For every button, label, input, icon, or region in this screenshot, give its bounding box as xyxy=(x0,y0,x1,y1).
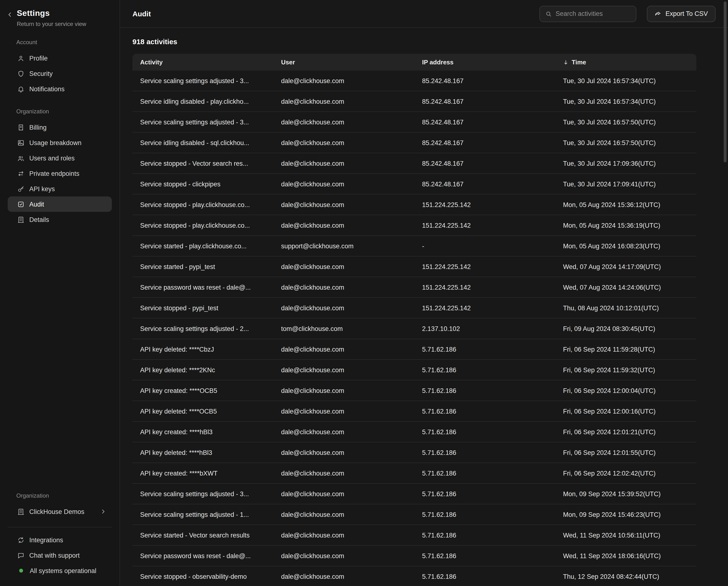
cell-activity: Service started - play.clickhouse.co... xyxy=(132,242,274,249)
cell-ip: 85.242.48.167 xyxy=(414,160,555,167)
cell-time: Thu, 12 Sep 2024 08:42:44(UTC) xyxy=(555,573,697,580)
cell-user: dale@clickhouse.com xyxy=(274,304,415,312)
cell-user: dale@clickhouse.com xyxy=(274,469,415,477)
cell-time: Fri, 09 Aug 2024 08:30:45(UTC) xyxy=(555,325,697,332)
cell-time: Mon, 05 Aug 2024 15:36:12(UTC) xyxy=(555,201,697,208)
cell-ip: 151.224.225.142 xyxy=(414,304,555,312)
sidebar-item-api-keys[interactable]: API keys xyxy=(8,181,112,196)
table-row[interactable]: Service scaling settings adjusted - 3...… xyxy=(132,484,696,504)
cell-activity: API key deleted: ****OCB5 xyxy=(132,408,274,415)
cell-user: dale@clickhouse.com xyxy=(274,532,415,539)
column-header-ip[interactable]: IP address xyxy=(414,58,555,66)
table-row[interactable]: Service stopped - play.clickhouse.co... … xyxy=(132,195,696,215)
chat-bubble-icon xyxy=(17,552,24,559)
cell-time: Wed, 07 Aug 2024 14:24:06(UTC) xyxy=(555,284,697,291)
table-row[interactable]: Service started - Vector search results … xyxy=(132,525,696,546)
sidebar-item-label: Chat with support xyxy=(29,552,80,559)
table-row[interactable]: API key created: ****hBl3 dale@clickhous… xyxy=(132,422,696,442)
table-row[interactable]: Service stopped - clickpipes dale@clickh… xyxy=(132,174,696,195)
cell-user: dale@clickhouse.com xyxy=(274,490,415,497)
table-row[interactable]: Service stopped - Vector search res... d… xyxy=(132,153,696,174)
table-row[interactable]: Service scaling settings adjusted - 3...… xyxy=(132,112,696,132)
sidebar-item-profile[interactable]: Profile xyxy=(8,50,112,66)
search-icon xyxy=(545,10,552,17)
cell-user: dale@clickhouse.com xyxy=(274,387,415,394)
sidebar-item-chat-support[interactable]: Chat with support xyxy=(8,547,112,563)
cell-time: Fri, 06 Sep 2024 11:59:32(UTC) xyxy=(555,366,697,373)
sidebar-item-label: Users and roles xyxy=(29,154,75,162)
cell-ip: 151.224.225.142 xyxy=(414,284,555,291)
table-row[interactable]: Service idling disabled - play.clickho..… xyxy=(132,91,696,112)
status-dot xyxy=(19,569,23,572)
table-row[interactable]: Service stopped - observability-demo dal… xyxy=(132,566,696,586)
key-icon xyxy=(17,185,24,192)
cell-time: Tue, 30 Jul 2024 16:57:34(UTC) xyxy=(555,77,697,84)
cell-user: dale@clickhouse.com xyxy=(274,160,415,167)
sidebar-item-users-and-roles[interactable]: Users and roles xyxy=(8,150,112,166)
table-row[interactable]: Service started - play.clickhouse.co... … xyxy=(132,236,696,257)
sidebar-item-label: Notifications xyxy=(29,85,64,93)
users-icon xyxy=(17,154,24,162)
search-box[interactable] xyxy=(539,5,636,22)
sidebar-item-integrations[interactable]: Integrations xyxy=(8,532,112,547)
export-icon xyxy=(654,10,661,17)
cell-time: Fri, 06 Sep 2024 12:01:21(UTC) xyxy=(555,428,697,435)
system-status[interactable]: All systems operational xyxy=(8,563,112,578)
table-row[interactable]: API key deleted: ****CbzJ dale@clickhous… xyxy=(132,339,696,360)
endpoints-arrows-icon xyxy=(17,170,24,177)
sidebar-item-label: Security xyxy=(29,70,53,77)
table-row[interactable]: API key deleted: ****2KNc dale@clickhous… xyxy=(132,360,696,381)
cell-ip: 85.242.48.167 xyxy=(414,139,555,146)
table-row[interactable]: Service scaling settings adjusted - 3...… xyxy=(132,71,696,91)
cell-activity: API key created: ****OCB5 xyxy=(132,387,274,394)
sidebar-item-billing[interactable]: Billing xyxy=(8,120,112,135)
sidebar-item-private-endpoints[interactable]: Private endpoints xyxy=(8,166,112,181)
column-header-user[interactable]: User xyxy=(274,58,415,66)
table-row[interactable]: Service stopped - play.clickhouse.co... … xyxy=(132,215,696,236)
cell-ip: 5.71.62.186 xyxy=(414,346,555,353)
table-row[interactable]: Service scaling settings adjusted - 1...… xyxy=(132,504,696,525)
cell-ip: 5.71.62.186 xyxy=(414,511,555,518)
cell-user: dale@clickhouse.com xyxy=(274,408,415,415)
column-header-activity[interactable]: Activity xyxy=(132,58,274,66)
account-heading: Account xyxy=(16,39,112,46)
table-row[interactable]: Service idling disabled - sql.clickhou..… xyxy=(132,132,696,153)
table-row[interactable]: API key created: ****bXWT dale@clickhous… xyxy=(132,463,696,484)
chevron-right-icon xyxy=(100,509,106,514)
cell-activity: Service password was reset - dale@... xyxy=(132,552,274,559)
sidebar-item-security[interactable]: Security xyxy=(8,66,112,81)
cell-activity: Service scaling settings adjusted - 1... xyxy=(132,511,274,518)
cell-activity: Service idling disabled - sql.clickhou..… xyxy=(132,139,274,146)
table-row[interactable]: Service started - pypi_test dale@clickho… xyxy=(132,257,696,277)
building-icon xyxy=(17,216,24,223)
cell-activity: Service started - Vector search results xyxy=(132,532,274,539)
table-row[interactable]: API key created: ****OCB5 dale@clickhous… xyxy=(132,381,696,401)
vertical-scrollbar[interactable] xyxy=(724,1,727,162)
search-input[interactable] xyxy=(555,10,630,17)
cell-activity: Service stopped - play.clickhouse.co... xyxy=(132,222,274,229)
sidebar-item-label: Private endpoints xyxy=(29,170,79,177)
cell-activity: Service stopped - Vector search res... xyxy=(132,160,274,167)
cell-user: dale@clickhouse.com xyxy=(274,139,415,146)
sidebar-item-label: Audit xyxy=(29,200,44,208)
table-row[interactable]: Service password was reset - dale@... da… xyxy=(132,546,696,566)
export-csv-button[interactable]: Export To CSV xyxy=(647,5,716,22)
sidebar-item-details[interactable]: Details xyxy=(8,212,112,227)
cell-ip: 5.71.62.186 xyxy=(414,469,555,477)
org-switcher[interactable]: ClickHouse Demos xyxy=(8,504,112,519)
table-row[interactable]: Service password was reset - dale@... da… xyxy=(132,277,696,298)
table-row[interactable]: Service scaling settings adjusted - 2...… xyxy=(132,318,696,339)
table-row[interactable]: API key deleted: ****hBl3 dale@clickhous… xyxy=(132,442,696,463)
back-chevron-icon[interactable] xyxy=(7,11,13,18)
usage-chart-icon xyxy=(17,139,24,146)
cell-time: Tue, 30 Jul 2024 16:57:34(UTC) xyxy=(555,98,697,105)
column-header-time[interactable]: Time xyxy=(555,58,697,66)
cell-time: Fri, 06 Sep 2024 11:59:28(UTC) xyxy=(555,346,697,353)
table-row[interactable]: API key deleted: ****OCB5 dale@clickhous… xyxy=(132,401,696,422)
sidebar-item-usage-breakdown[interactable]: Usage breakdown xyxy=(8,135,112,150)
sidebar-subtitle[interactable]: Return to your service view xyxy=(17,21,86,27)
table-row[interactable]: Service stopped - pypi_test dale@clickho… xyxy=(132,298,696,318)
cell-ip: 5.71.62.186 xyxy=(414,552,555,559)
sidebar-item-notifications[interactable]: Notifications xyxy=(8,81,112,97)
sidebar-item-audit[interactable]: Audit xyxy=(8,196,112,212)
